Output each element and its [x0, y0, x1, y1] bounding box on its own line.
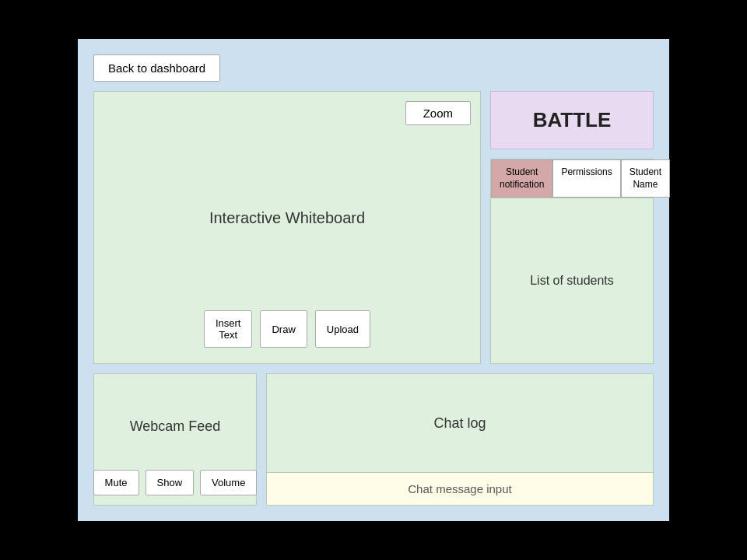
tab-student-notification[interactable]: Studentnotification [491, 159, 552, 198]
volume-button[interactable]: Volume [200, 470, 257, 495]
whiteboard-label: Interactive Whiteboard [103, 125, 471, 310]
students-list-label: List of students [491, 198, 653, 363]
chat-log-label: Chat log [433, 415, 486, 432]
webcam-label: Webcam Feed [103, 383, 247, 470]
main-container: Back to dashboard Zoom Interactive White… [78, 39, 669, 521]
tab-student-name[interactable]: StudentName [621, 159, 670, 198]
middle-section: Zoom Interactive Whiteboard InsertText D… [93, 91, 654, 364]
chat-input-placeholder: Chat message input [408, 482, 511, 495]
whiteboard-panel: Zoom Interactive Whiteboard InsertText D… [93, 91, 481, 364]
battle-label: BATTLE [533, 108, 612, 132]
back-to-dashboard-button[interactable]: Back to dashboard [93, 54, 220, 82]
webcam-actions: Mute Show Volume [103, 470, 247, 495]
draw-button[interactable]: Draw [260, 310, 307, 348]
right-panel: BATTLE Studentnotification Permissions S… [490, 91, 654, 364]
tab-permissions[interactable]: Permissions [552, 159, 620, 198]
students-tabs: Studentnotification Permissions StudentN… [491, 159, 653, 198]
top-bar: Back to dashboard [93, 54, 654, 82]
zoom-button[interactable]: Zoom [405, 101, 471, 125]
battle-panel: BATTLE [490, 91, 654, 149]
chat-log-area: Chat log [267, 374, 653, 472]
bottom-section: Webcam Feed Mute Show Volume Chat log Ch… [93, 373, 654, 506]
chat-input-area[interactable]: Chat message input [267, 472, 653, 505]
upload-button[interactable]: Upload [315, 310, 370, 348]
show-button[interactable]: Show [146, 470, 195, 495]
students-panel: Studentnotification Permissions StudentN… [490, 159, 654, 364]
insert-text-button[interactable]: InsertText [204, 310, 253, 348]
mute-button[interactable]: Mute [93, 470, 139, 495]
webcam-panel: Webcam Feed Mute Show Volume [93, 373, 257, 506]
chat-panel: Chat log Chat message input [266, 373, 654, 506]
whiteboard-actions: InsertText Draw Upload [103, 310, 471, 354]
